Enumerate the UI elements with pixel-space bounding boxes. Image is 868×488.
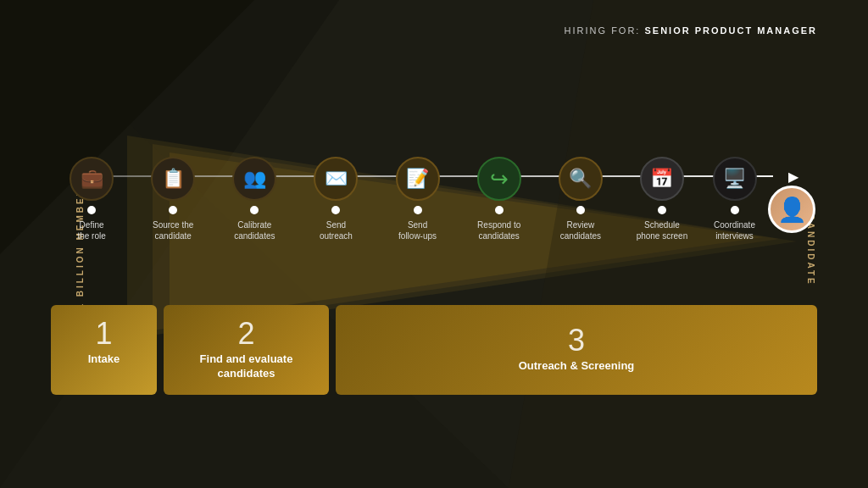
send-outreach-label: Sendoutreach — [320, 219, 353, 241]
followups-label: Sendfollow-ups — [398, 219, 437, 241]
background — [0, 0, 868, 488]
source-candidate-icon: 📋 — [151, 157, 195, 201]
card-2-label: Find and evaluatecandidates — [179, 352, 314, 381]
step-coordinate: 🖥️ Coordinateinterviews — [703, 157, 766, 241]
coordinate-label: Coordinateinterviews — [714, 219, 755, 241]
review-icon: 🔍 — [559, 157, 603, 201]
send-outreach-icon: ✉️ — [314, 157, 358, 201]
card-3-label: Outreach & Screening — [519, 359, 635, 374]
step-schedule: 📅 Schedulephone screen — [621, 157, 703, 241]
step-review: 🔍 Reviewcandidates — [540, 157, 621, 241]
followups-icon: 📝 — [396, 157, 440, 201]
respond-label: Respond tocandidates — [477, 219, 520, 241]
define-role-icon: 💼 — [70, 157, 114, 201]
review-label: Reviewcandidates — [560, 219, 601, 241]
hiring-header: HIRING FOR: SENIOR PRODUCT MANAGER — [565, 25, 817, 36]
respond-dot — [495, 206, 504, 214]
schedule-icon: 📅 — [640, 157, 684, 201]
followups-dot — [414, 206, 422, 214]
respond-icon: ↪ — [477, 157, 521, 201]
role-name: SENIOR PRODUCT MANAGER — [644, 25, 817, 36]
step-calibrate: 👥 Calibratecandidates — [214, 157, 295, 241]
coordinate-icon: 🖥️ — [713, 157, 757, 201]
review-dot — [576, 206, 585, 214]
icons-row: ▶ 💼 Definethe role 📋 Source thecandidate… — [51, 131, 817, 241]
card-intake: 1 Intake — [51, 305, 157, 395]
card-3-number: 3 — [568, 325, 585, 356]
card-1-label: Intake — [66, 352, 142, 367]
step-respond: ↪ Respond tocandidates — [459, 157, 540, 241]
step-followups: 📝 Sendfollow-ups — [377, 157, 459, 241]
card-2-number: 2 — [179, 319, 314, 349]
step-source-candidate: 📋 Source thecandidate — [132, 157, 214, 241]
define-role-label: Definethe role — [77, 219, 105, 241]
card-1-number: 1 — [66, 319, 142, 349]
coordinate-dot — [731, 206, 739, 214]
card-find-evaluate: 2 Find and evaluatecandidates — [164, 305, 329, 395]
calibrate-icon: 👥 — [232, 157, 276, 201]
step-define-role: 💼 Definethe role — [51, 157, 132, 241]
candidate-avatar-step: 👤 — [766, 186, 817, 241]
calibrate-dot — [250, 206, 259, 214]
hiring-label: HIRING FOR: — [565, 25, 641, 36]
define-role-dot — [87, 206, 96, 214]
timeline-area: ▶ 💼 Definethe role 📋 Source thecandidate… — [51, 131, 817, 241]
send-outreach-dot — [331, 206, 340, 214]
calibrate-label: Calibratecandidates — [234, 219, 275, 241]
candidate-avatar: 👤 — [768, 186, 815, 233]
source-candidate-label: Source thecandidate — [153, 219, 193, 241]
timeline-arrow-icon: ▶ — [788, 169, 798, 185]
cards-row: 1 Intake 2 Find and evaluatecandidates 3… — [51, 305, 817, 395]
source-candidate-dot — [169, 206, 177, 214]
schedule-dot — [658, 206, 666, 214]
schedule-label: Schedulephone screen — [637, 219, 688, 241]
card-outreach-screening: 3 Outreach & Screening — [336, 305, 817, 395]
step-send-outreach: ✉️ Sendoutreach — [295, 157, 376, 241]
